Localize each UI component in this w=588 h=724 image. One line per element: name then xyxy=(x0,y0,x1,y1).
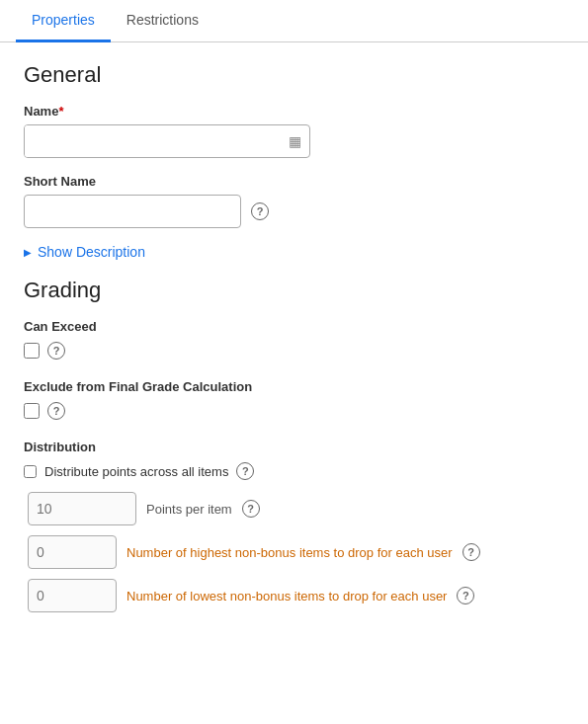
distribute-label: Distribute points across all items xyxy=(44,464,228,479)
show-description-toggle[interactable]: ▶ Show Description xyxy=(24,244,564,260)
drop-lowest-label: Number of lowest non-bonus items to drop… xyxy=(126,589,447,603)
drop-lowest-help-icon[interactable]: ? xyxy=(457,587,474,604)
main-content: General Name* ▦ Short Name ? ▶ Show Desc… xyxy=(0,42,588,642)
name-field-group: Name* ▦ xyxy=(24,104,564,158)
can-exceed-row: ? xyxy=(24,342,564,360)
drop-highest-help-icon[interactable]: ? xyxy=(462,543,480,561)
general-title: General xyxy=(24,62,564,88)
exclude-checkbox[interactable] xyxy=(24,403,40,419)
drop-lowest-row: Number of lowest non-bonus items to drop… xyxy=(28,579,564,612)
tabs-bar: Properties Restrictions xyxy=(0,0,588,42)
short-name-help-icon[interactable]: ? xyxy=(251,202,269,220)
points-per-item-label: Points per item xyxy=(146,502,232,517)
drop-highest-row: Number of highest non-bonus items to dro… xyxy=(28,535,564,569)
points-per-item-row: Points per item ? xyxy=(28,492,564,525)
can-exceed-help-icon[interactable]: ? xyxy=(47,342,65,360)
name-label: Name* xyxy=(24,104,564,119)
name-input[interactable] xyxy=(25,125,281,157)
exclude-field: Exclude from Final Grade Calculation ? xyxy=(24,379,564,420)
name-input-wrapper: ▦ xyxy=(24,124,310,158)
grading-section: Grading Can Exceed ? Exclude from Final … xyxy=(24,278,564,612)
drop-lowest-input[interactable] xyxy=(28,579,117,612)
short-name-row: ? xyxy=(24,195,564,228)
exclude-row: ? xyxy=(24,402,564,420)
distribution-label: Distribution xyxy=(24,440,564,454)
tab-properties[interactable]: Properties xyxy=(16,0,111,42)
tab-restrictions-label: Restrictions xyxy=(126,12,199,28)
short-name-input[interactable] xyxy=(24,195,241,228)
grading-title: Grading xyxy=(24,278,564,303)
short-name-label: Short Name xyxy=(24,174,564,189)
drop-highest-input[interactable] xyxy=(28,535,117,569)
points-per-item-help-icon[interactable]: ? xyxy=(242,500,260,518)
show-description-label: Show Description xyxy=(38,244,145,260)
drop-highest-label: Number of highest non-bonus items to dro… xyxy=(126,545,453,560)
can-exceed-label: Can Exceed xyxy=(24,319,564,334)
can-exceed-checkbox[interactable] xyxy=(24,343,40,359)
distribute-row: Distribute points across all items ? xyxy=(24,462,564,480)
show-description-arrow: ▶ xyxy=(24,247,32,258)
exclude-label: Exclude from Final Grade Calculation xyxy=(24,379,564,394)
calendar-icon: ▦ xyxy=(281,133,309,149)
distribution-section: Distribution Distribute points across al… xyxy=(24,440,564,612)
exclude-help-icon[interactable]: ? xyxy=(47,402,65,420)
tab-properties-label: Properties xyxy=(32,12,95,28)
tab-restrictions[interactable]: Restrictions xyxy=(111,0,214,42)
short-name-field-group: Short Name ? xyxy=(24,174,564,228)
distribute-checkbox[interactable] xyxy=(24,465,37,478)
distribute-help-icon[interactable]: ? xyxy=(236,462,254,480)
points-per-item-input[interactable] xyxy=(28,492,136,525)
can-exceed-field: Can Exceed ? xyxy=(24,319,564,360)
